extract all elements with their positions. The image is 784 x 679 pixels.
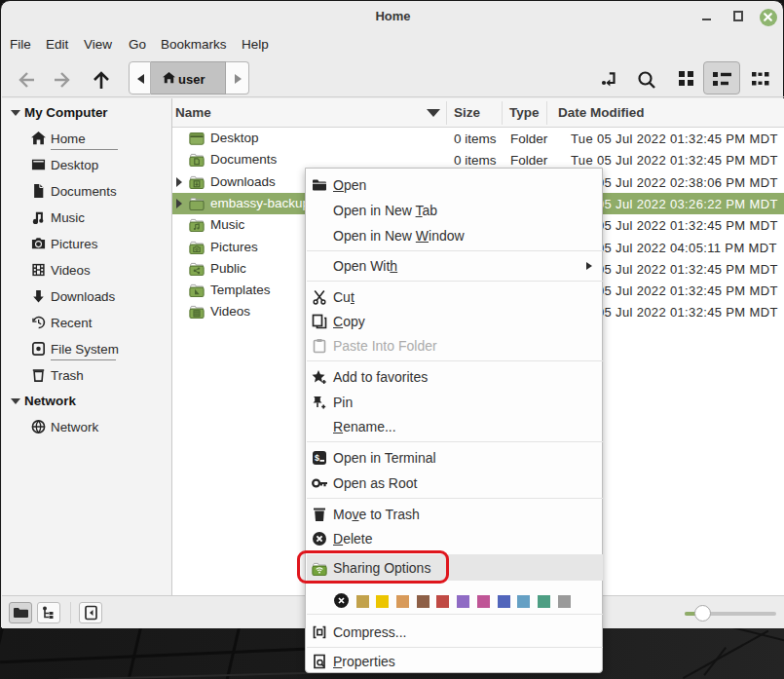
svg-text:$: $ <box>315 453 319 463</box>
